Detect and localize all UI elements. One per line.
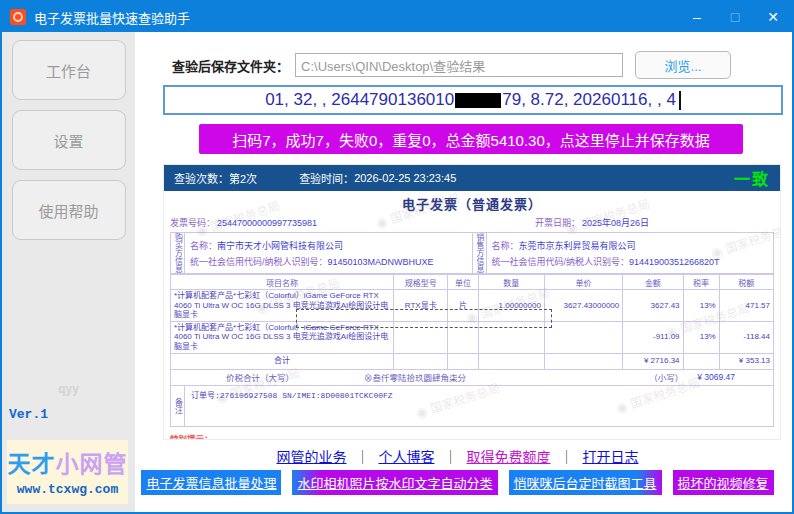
brand-box[interactable]: 天才小网管 www.tcxwg.com (7, 440, 128, 504)
invoice-number-value: 25447000000997735981 (217, 218, 317, 228)
table-row: *计算机配套产品*七彩虹（Colorful）iGame GeForce RTX … (171, 321, 774, 353)
scan-text-suffix: 79, 8.72, 20260116, , 4 (502, 90, 676, 110)
seller-name-label: 名称： (492, 241, 519, 251)
promo-watermark-classify[interactable]: 水印相机照片按水印文字自动分类 (292, 470, 497, 495)
buyer-name-label: 名称： (190, 241, 217, 251)
verify-info-bar: 查验次数： 第2次 查验时间： 2026-02-25 23:23:45 一致 (164, 165, 780, 191)
promo-button-row: 电子发票信息批量处理 水印相机照片按水印文字自动分类 悄咪咪后台定时截图工具 损… (135, 470, 780, 495)
link-free-quota[interactable]: 取得免费额度 (467, 449, 551, 465)
buyer-block: 购买方信息 名称：南宁市天才小网管科技有限公司 统一社会信用代码/纳税人识别号：… (171, 233, 472, 273)
app-icon (10, 9, 26, 25)
item-tax: -118.44 (719, 321, 773, 353)
promo-bilibili-screenshot[interactable]: 悄咪咪后台定时截图工具 (509, 470, 662, 495)
footer-links: 网管的业务｜个人博客｜取得免费额度｜打开日志 (135, 446, 780, 466)
remark-section: 备注 订单号:276106927508 SN/IMEI:8D00801TCKC0… (170, 386, 774, 427)
item-qty (478, 321, 544, 353)
invoice-preview: 查验次数： 第2次 查验时间： 2026-02-25 23:23:45 一致 国… (163, 164, 781, 440)
buyer-side-label: 购买方信息 (171, 233, 185, 273)
seller-name: 东莞市京东利昇贸易有限公司 (519, 241, 636, 251)
save-folder-row: 查验后保存文件夹： C:\Users\QIN\Desktop\查验结果 浏览..… (172, 51, 782, 79)
sidebar-item-help[interactable]: 使用帮助 (12, 180, 126, 240)
table-row: *计算机配套产品*七彩虹（Colorful）iGame GeForce RTX … (171, 290, 774, 322)
invoice-number-label: 发票号码： (170, 216, 215, 229)
grand-total-small-label: （小写） (649, 371, 683, 383)
total-tax: ¥ 353.13 (719, 353, 773, 369)
total-label: 合计 (171, 353, 394, 369)
item-name: *计算机配套产品*七彩虹（Colorful）iGame GeForce RTX … (171, 290, 394, 322)
verify-count-value: 第2次 (229, 170, 257, 186)
item-price: 3627.43000000 (544, 290, 622, 322)
invoice-date-label: 开票日期： (535, 216, 580, 229)
brand-name-part2: 小网管 (56, 451, 128, 477)
save-folder-input[interactable]: C:\Users\QIN\Desktop\查验结果 (295, 53, 623, 77)
invoice-date-value: 2025年08月26日 (582, 216, 649, 229)
item-unit (448, 321, 478, 353)
tips-title: 特别提示： (170, 433, 774, 440)
stop-and-save-button[interactable]: 扫码7，成功7，失败0，重复0，总金额5410.30，点这里停止并保存数据 (199, 124, 743, 154)
col-price: 单价 (544, 275, 622, 290)
remark-side-label: 备注 (171, 386, 185, 426)
verify-time-value: 2026-02-25 23:23:45 (354, 172, 456, 184)
link-separator: ｜ (356, 449, 370, 465)
seller-block: 销售方信息 名称：东莞市京东利昇贸易有限公司 统一社会信用代码/纳税人识别号：9… (472, 233, 774, 273)
maximize-button[interactable]: □ (716, 2, 754, 32)
item-name: *计算机配套产品*七彩虹（Colorful）iGame GeForce RTX … (171, 321, 394, 353)
col-unit: 单位 (448, 275, 478, 290)
item-amount: -911.09 (623, 321, 683, 353)
grand-total-words: ⊗叁仟零陆拾玖圆肆角柒分 (364, 371, 466, 383)
table-header-row: 项目名称 规格型号 单位 数量 单价 金额 税率 税额 (171, 275, 774, 290)
link-personal-blog[interactable]: 个人博客 (379, 449, 435, 465)
col-item-name: 项目名称 (171, 275, 394, 290)
buyer-taxid: 91450103MADNWBHUXE (328, 257, 434, 267)
seller-taxid: 91441900351266820T (629, 257, 720, 267)
window-title: 电子发票批量快速查验助手 (34, 8, 678, 27)
minimize-button[interactable]: – (678, 2, 716, 32)
item-unit: 片 (448, 290, 478, 322)
item-qty: 1.00000000 (478, 290, 544, 322)
save-folder-label: 查验后保存文件夹： (172, 56, 289, 75)
redaction-block (455, 93, 501, 108)
sidebar-item-workbench[interactable]: 工作台 (12, 40, 126, 100)
qyy-label: qyy (2, 382, 135, 396)
item-spec (394, 321, 448, 353)
brand-url[interactable]: www.tcxwg.com (7, 482, 128, 497)
col-spec: 规格型号 (394, 275, 448, 290)
promo-video-repair[interactable]: 损坏的视频修复 (673, 470, 774, 495)
invoice-body: 国家税务总局 国家税务总局 国家税务总局 国家税务总局 国家税务总局 国家税务总… (164, 191, 780, 439)
scan-input[interactable]: 01, 32, , 264479013601079, 8.72, 2026011… (163, 85, 783, 115)
buyer-name: 南宁市天才小网管科技有限公司 (217, 241, 343, 251)
invoice-items-table: 项目名称 规格型号 单位 数量 单价 金额 税率 税额 *计算机配套产品*七彩虹… (170, 274, 774, 370)
item-rate: 13% (683, 290, 719, 322)
promo-invoice-batch[interactable]: 电子发票信息批量处理 (141, 470, 281, 495)
grand-total-row: 价税合计（大写） ⊗叁仟零陆拾玖圆肆角柒分 （小写） ¥ 3069.47 (170, 370, 774, 386)
item-spec: RTX显卡 (394, 290, 448, 322)
text-caret (679, 91, 681, 110)
main-area: 查验后保存文件夹： C:\Users\QIN\Desktop\查验结果 浏览..… (135, 32, 792, 512)
link-webmaster-business[interactable]: 网管的业务 (277, 449, 347, 465)
item-tax: 471.57 (719, 290, 773, 322)
title-bar: 电子发票批量快速查验助手 – □ ✕ (2, 2, 792, 32)
close-button[interactable]: ✕ (754, 2, 792, 32)
col-qty: 数量 (478, 275, 544, 290)
verify-count-label: 查验次数： (174, 170, 229, 186)
link-open-log[interactable]: 打开日志 (583, 449, 639, 465)
version-label: Ver.1 (9, 407, 48, 422)
col-rate: 税率 (683, 275, 719, 290)
item-rate: 13% (683, 321, 719, 353)
col-tax: 税额 (719, 275, 773, 290)
total-amount: ¥ 2716.34 (623, 353, 683, 369)
invoice-title: 电子发票（普通发票） (170, 191, 774, 213)
grand-total-label: 价税合计（大写） (226, 371, 294, 383)
browse-button[interactable]: 浏览... (635, 51, 731, 79)
table-total-row: 合计 ¥ 2716.34 ¥ 353.13 (171, 353, 774, 369)
link-separator: ｜ (444, 449, 458, 465)
consistent-badge: 一致 (734, 166, 770, 190)
app-window: 电子发票批量快速查验助手 – □ ✕ 工作台 设置 使用帮助 qyy Ver.1… (0, 0, 794, 514)
buyer-taxid-label: 统一社会信用代码/纳税人识别号： (190, 257, 328, 267)
remark-content: 订单号:276106927508 SN/IMEI:8D00801TCKC00FZ (185, 386, 773, 426)
sidebar-item-settings[interactable]: 设置 (12, 110, 126, 170)
scan-text-prefix: 01, 32, , 2644790136010 (265, 90, 454, 110)
brand-name: 天才小网管 (7, 445, 128, 479)
grand-total-value: ¥ 3069.47 (697, 372, 735, 382)
party-section: 购买方信息 名称：南宁市天才小网管科技有限公司 统一社会信用代码/纳税人识别号：… (170, 232, 774, 274)
